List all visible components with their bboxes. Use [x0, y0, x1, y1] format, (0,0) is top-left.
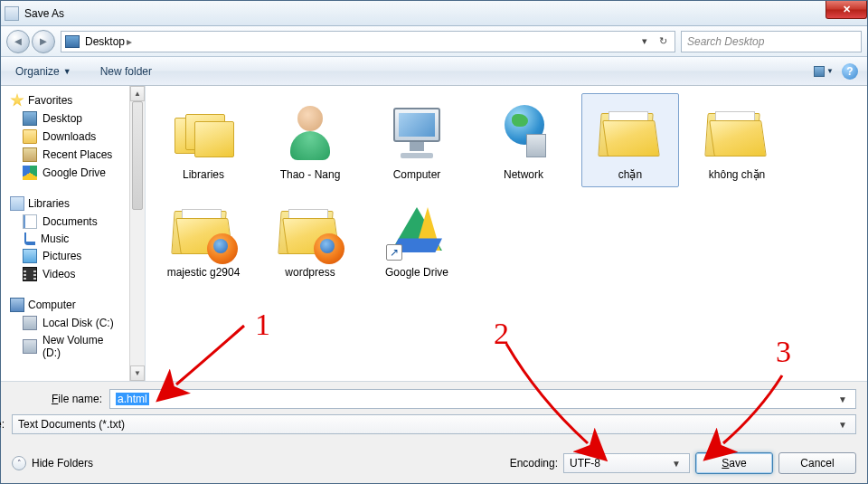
chevron-down-icon[interactable]: ▼ [669, 459, 684, 469]
file-item-label: Network [504, 168, 543, 181]
encoding-combo[interactable]: UTF-8 ▼ [563, 453, 690, 473]
main-area: Favorites Desktop Downloads Recent Place… [1, 86, 867, 381]
file-item[interactable]: không chặn [688, 93, 786, 187]
titlebar[interactable]: Save As ✕ [1, 1, 867, 26]
sidebar-item-local-disk-c[interactable]: Local Disk (C:) [6, 314, 127, 332]
save-button[interactable]: Save [695, 452, 773, 474]
save-type-label-real: Save as type: [0, 418, 5, 431]
sidebar-item-videos[interactable]: Videos [6, 265, 127, 283]
sidebar-item-gdrive[interactable]: Google Drive [6, 164, 127, 182]
view-icon [814, 66, 825, 77]
file-item[interactable]: wordpress [261, 191, 359, 285]
document-icon [23, 214, 37, 229]
sidebar-item-pictures[interactable]: Pictures [6, 247, 127, 265]
desktop-icon [23, 111, 37, 126]
new-folder-button[interactable]: New folder [95, 62, 157, 81]
search-input[interactable]: Search Desktop [681, 31, 862, 52]
file-item[interactable]: Thao - Nang [261, 93, 359, 187]
sidebar-item-desktop[interactable]: Desktop [6, 109, 127, 128]
scroll-down-button[interactable]: ▼ [130, 365, 145, 381]
video-icon [23, 267, 37, 281]
file-item[interactable]: majestic g2904 [155, 191, 252, 285]
file-item-label: chặn [618, 168, 642, 181]
filename-label: File name: [12, 393, 102, 405]
file-item-label: majestic g2904 [167, 266, 241, 279]
navigation-pane[interactable]: Favorites Desktop Downloads Recent Place… [1, 86, 146, 381]
libraries-header[interactable]: Libraries [6, 195, 127, 213]
save-as-dialog: Save As ✕ ◄ ► Desktop ▸ ▾ ↻ Search Deskt… [0, 0, 868, 484]
chevron-down-icon: ▼ [826, 67, 834, 75]
file-item-label: không chặn [709, 168, 765, 181]
cancel-button[interactable]: Cancel [778, 452, 856, 474]
organize-menu[interactable]: Organize ▼ [10, 62, 77, 81]
navigation-bar: ◄ ► Desktop ▸ ▾ ↻ Search Desktop [1, 26, 867, 57]
gdrive-icon [23, 166, 37, 180]
star-icon [10, 93, 24, 108]
toolbar: Organize ▼ New folder ▼ ? [1, 57, 867, 86]
chevron-down-icon[interactable]: ▼ [835, 394, 850, 404]
close-button[interactable]: ✕ [826, 1, 867, 19]
file-item[interactable]: Computer [368, 93, 466, 187]
file-item-label: wordpress [285, 266, 335, 279]
sidebar-item-music[interactable]: Music [6, 231, 127, 247]
file-item-label: Libraries [183, 168, 224, 181]
breadcrumb-desktop[interactable]: Desktop [85, 35, 125, 48]
file-item-label: Thao - Nang [280, 168, 341, 181]
file-item[interactable]: Network [475, 93, 572, 187]
file-item-label: Computer [393, 168, 441, 181]
picture-icon [23, 249, 37, 263]
sidebar-item-downloads[interactable]: Downloads [6, 128, 127, 146]
file-item-label: Google Drive [385, 266, 448, 279]
sidebar-item-recent[interactable]: Recent Places [6, 146, 127, 164]
file-list[interactable]: LibrariesThao - NangComputerNetworkchặnk… [146, 86, 867, 381]
forward-button[interactable]: ► [32, 30, 55, 53]
save-type-combo[interactable]: Text Documents (*.txt) ▼ [12, 414, 856, 434]
view-options-button[interactable]: ▼ [813, 62, 835, 81]
chevron-up-icon: ˄ [12, 456, 26, 470]
help-button[interactable]: ? [842, 63, 858, 80]
hide-folders-button[interactable]: ˄ Hide Folders [12, 456, 93, 470]
file-item[interactable]: chặn [581, 93, 679, 187]
sidebar-item-new-volume-d[interactable]: New Volume (D:) [6, 332, 127, 361]
chevron-down-icon[interactable]: ▼ [835, 420, 850, 430]
libraries-icon [10, 196, 24, 211]
window-title: Save As [24, 7, 64, 20]
music-icon [24, 233, 35, 245]
save-fields-panel: File name: a.html ▼ t Save as type: Text… [1, 381, 867, 447]
encoding-label: Encoding: [510, 457, 558, 470]
back-button[interactable]: ◄ [6, 30, 30, 53]
folder-icon [23, 129, 37, 144]
sidebar-item-documents[interactable]: Documents [6, 213, 127, 231]
refresh-button[interactable]: ↻ [655, 33, 671, 50]
disk-icon [23, 316, 37, 330]
history-dropdown-button[interactable]: ▾ [637, 33, 653, 50]
disk-icon [23, 339, 37, 354]
file-item[interactable]: ↗Google Drive [368, 191, 466, 285]
sidebar-scrollbar[interactable]: ▲ ▼ [129, 86, 145, 381]
filename-input[interactable]: a.html ▼ [109, 389, 856, 409]
recent-icon [23, 147, 37, 162]
address-bar[interactable]: Desktop ▸ ▾ ↻ [61, 31, 675, 52]
chevron-right-icon[interactable]: ▸ [127, 35, 132, 48]
location-icon [65, 35, 80, 48]
computer-header[interactable]: Computer [6, 296, 127, 314]
file-item[interactable]: Libraries [155, 93, 252, 187]
favorites-header[interactable]: Favorites [6, 91, 127, 109]
search-placeholder: Search Desktop [687, 35, 764, 48]
dialog-footer: ˄ Hide Folders Encoding: UTF-8 ▼ Save Ca… [1, 447, 867, 483]
computer-icon [10, 298, 24, 312]
chevron-down-icon: ▼ [63, 67, 71, 76]
scroll-up-button[interactable]: ▲ [130, 86, 145, 101]
app-icon [5, 6, 19, 21]
scroll-thumb[interactable] [132, 101, 143, 210]
